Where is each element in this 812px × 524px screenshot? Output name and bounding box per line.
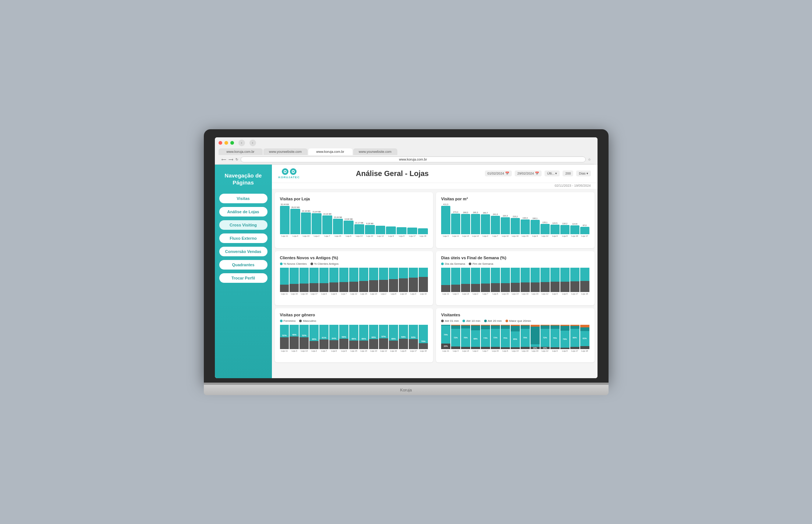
legend-label-masc: Masculino	[303, 319, 316, 323]
fem-segment: 76%	[419, 325, 428, 343]
stacked-segment	[359, 268, 368, 281]
stacked-segment	[369, 268, 378, 280]
filter-unit-badge[interactable]: Dias ▾	[576, 170, 591, 176]
chart-title-dias: Dias úteis vs Final de Semana (%)	[441, 256, 589, 260]
sidebar-item-conversao-vendas[interactable]: Conversão Vendas	[219, 247, 267, 256]
pct-label: 66%	[362, 338, 366, 340]
p10-pct-label: 72%	[540, 329, 550, 347]
tab-3-active[interactable]: www.koruja.com.br	[308, 148, 352, 155]
p10-pct-label: 68%	[471, 330, 480, 347]
address-input[interactable]: www.koruja.com.br	[241, 157, 586, 162]
bar-value-label: 265,3	[473, 211, 478, 214]
p10-pct-label: 75%	[501, 329, 510, 347]
bar	[560, 225, 570, 234]
bar-value-label: 22,16 Mil	[302, 210, 310, 212]
stacked-bar-container	[319, 268, 329, 292]
stacked-segment	[491, 283, 500, 292]
bar-bottom-label: Loja 12	[380, 350, 387, 352]
bar-bottom-label: Loja 17	[571, 350, 578, 352]
bar	[407, 228, 417, 234]
stacked-segment	[501, 283, 510, 292]
bar	[550, 225, 560, 234]
bar-bottom-label: Loja 14	[512, 293, 518, 295]
fem-segment: 64%	[329, 325, 338, 340]
stacked-segment	[409, 278, 418, 292]
m2-bar-chart: 411,3Loja 3270,4Loja 11268,3Loja 13265,3…	[441, 203, 589, 244]
sidebar-item-analise-lojas[interactable]: Análise de Lojas	[219, 207, 267, 217]
bar-group: Loja 8	[397, 203, 407, 237]
filter-badge[interactable]: Últi... ▾	[545, 170, 560, 176]
minimize-btn[interactable]	[224, 141, 228, 145]
bar	[376, 226, 386, 234]
stacked-bar-container	[359, 268, 368, 292]
masc-segment	[379, 338, 388, 349]
chart-title-clientes: Clientes Novos vs Antigos (%)	[280, 256, 428, 260]
bar-bottom-label: Loja 8	[562, 235, 568, 237]
bar-group: Loja 12	[376, 203, 386, 237]
p1-segment	[501, 347, 510, 349]
stacked-bar-container	[521, 268, 530, 292]
masc-segment	[339, 339, 348, 349]
sidebar-item-visitas[interactable]: Visitas	[219, 194, 267, 203]
bar-value-label: 215,2	[513, 215, 518, 218]
bar	[481, 214, 490, 234]
dias-legend: Dia da Semana Fim de Semana	[441, 262, 589, 265]
fem-segment: 66%	[359, 325, 368, 341]
fem-segment: 61%	[319, 325, 329, 340]
back-btn[interactable]: ‹	[238, 140, 245, 146]
bar	[570, 225, 579, 234]
bar-group: 26,02 MilLoja 3	[290, 203, 300, 237]
bar-bottom-label: Loja 13	[303, 235, 309, 237]
bar-bottom-label: Loja 16	[390, 350, 397, 352]
bar-value-label: 260,7	[483, 212, 488, 214]
sidebar-item-trocar-perfil[interactable]: Trocar Perfil	[219, 273, 267, 283]
fem-segment: 60%	[409, 325, 418, 340]
sidebar-item-fluxo-externo[interactable]: Fluxo Externo	[219, 233, 267, 243]
genero-legend: Feminino Masculino	[280, 319, 428, 323]
sidebar-item-cross-visiting[interactable]: Cross Visiting	[219, 220, 267, 230]
p10-segment	[531, 344, 540, 347]
bar-group: 220,3Loja 10	[501, 203, 510, 237]
bar-bottom-label: Loja 8	[562, 293, 568, 295]
masc-segment	[280, 337, 289, 349]
stacked-segment	[550, 268, 560, 282]
bar	[301, 212, 311, 234]
date-end-badge[interactable]: 29/02/2024 📅	[515, 170, 542, 176]
p20-segment	[521, 326, 530, 329]
fem-segment: 52%	[280, 325, 289, 337]
p10-pct-label: 65%	[511, 331, 520, 347]
forward-btn[interactable]: ›	[249, 140, 256, 146]
tab-4[interactable]: www.yourwebsite.com	[353, 148, 397, 155]
bar-bottom-label: Loja 3	[453, 350, 458, 352]
tab-2[interactable]: www.yourwebsite.com	[263, 148, 308, 155]
p1-segment	[570, 347, 579, 349]
p10-pct-label: 73%	[491, 329, 500, 347]
stacked-segment	[419, 268, 428, 277]
bar-bottom-label: Loja 2	[473, 293, 478, 295]
genero-bar-group: 60%Loja 17	[409, 325, 418, 352]
tab-1[interactable]: www.koruja.com.br	[219, 148, 263, 155]
close-btn[interactable]	[219, 141, 222, 145]
stacked-bar-group: Loja 2	[471, 268, 480, 295]
stacked-bar-container	[491, 268, 500, 292]
pct-label: 57%	[382, 335, 386, 338]
bar-bottom-label: Loja 15	[334, 235, 341, 237]
chart-dias-uteis: Dias úteis vs Final de Semana (%) Dia da…	[436, 251, 595, 305]
stacked-segment	[339, 268, 348, 282]
genero-bar-group: 64%Loja 6	[329, 325, 338, 352]
legend-10min: Até 10 min	[462, 319, 480, 323]
genero-bar-container: 60%	[409, 325, 418, 349]
visitantes-bar-group: 73%Loja 7	[481, 325, 490, 352]
bar-value-label: 118,2	[562, 222, 567, 225]
bar-group: Loja 18	[418, 203, 428, 237]
filter-value-badge[interactable]: 200	[563, 170, 573, 176]
stacked-bar-group: Loja 7	[481, 268, 490, 295]
stacked-bar-container	[471, 268, 480, 292]
stacked-segment	[309, 268, 319, 284]
maximize-btn[interactable]	[230, 141, 234, 145]
sidebar-item-quadrantes[interactable]: Quadrantes	[219, 260, 267, 270]
bar-bottom-label: Loja 13	[370, 293, 377, 295]
fem-segment: 60%	[369, 325, 378, 340]
bar-bottom-label: Loja 3	[411, 293, 416, 295]
date-start-badge[interactable]: 01/02/2024 📅	[485, 170, 512, 176]
